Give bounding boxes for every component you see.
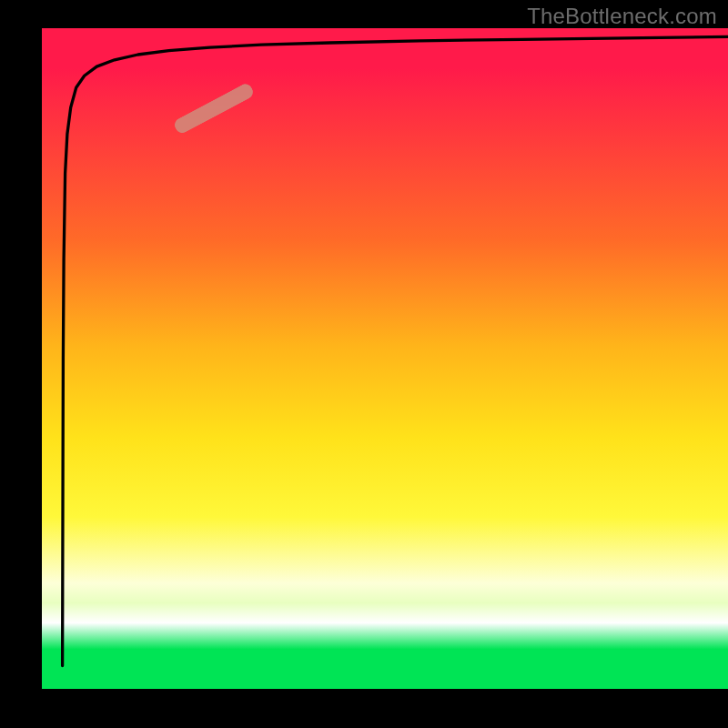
- data-curve: [63, 36, 728, 665]
- plot-area: [42, 28, 728, 689]
- curve-svg: [42, 28, 728, 689]
- chart-container: TheBottleneck.com: [0, 0, 728, 728]
- watermark-text: TheBottleneck.com: [527, 4, 717, 29]
